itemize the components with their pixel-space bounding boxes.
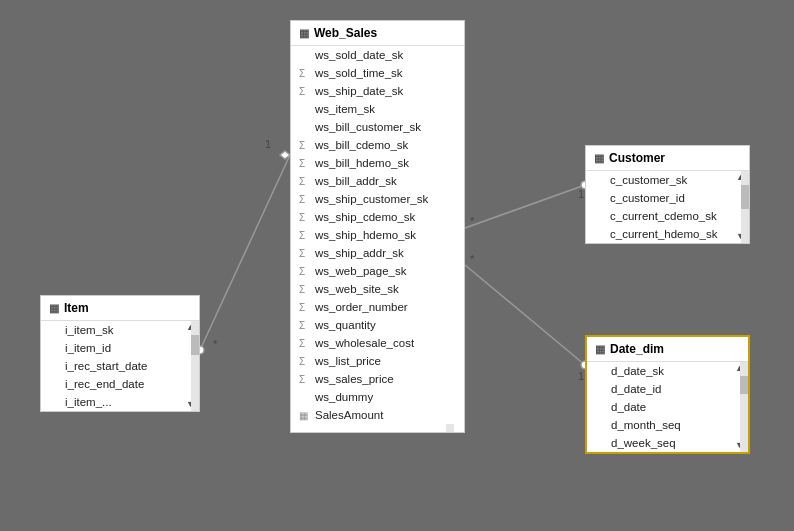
table-row: Σws_bill_addr_sk bbox=[291, 172, 454, 190]
sigma-icon: Σ bbox=[299, 284, 311, 295]
table-row: Σws_ship_cdemo_sk bbox=[291, 208, 454, 226]
svg-line-5 bbox=[465, 185, 585, 228]
table-icon: ▦ bbox=[49, 302, 59, 315]
table-row: Σws_web_page_sk bbox=[291, 262, 454, 280]
date-dim-header: ▦ Date_dim bbox=[587, 337, 748, 362]
web-sales-table[interactable]: ▦ Web_Sales ws_sold_date_sk Σws_sold_tim… bbox=[290, 20, 465, 433]
table-row: Σws_ship_hdemo_sk bbox=[291, 226, 454, 244]
sigma-icon: Σ bbox=[299, 194, 311, 205]
svg-text:*: * bbox=[470, 253, 475, 265]
table-row: Σws_ship_addr_sk bbox=[291, 244, 454, 262]
table-row: Σws_quantity bbox=[291, 316, 454, 334]
table-row: c_current_cdemo_sk bbox=[586, 207, 739, 225]
sigma-icon: Σ bbox=[299, 356, 311, 367]
table-icon: ▦ bbox=[594, 152, 604, 165]
date-dim-title: Date_dim bbox=[610, 342, 664, 356]
item-title: Item bbox=[64, 301, 89, 315]
svg-text:1: 1 bbox=[578, 188, 584, 200]
sigma-icon: Σ bbox=[299, 68, 311, 79]
table-row: c_current_hdemo_sk bbox=[586, 225, 739, 243]
svg-text:*: * bbox=[213, 338, 218, 350]
table-row: Σws_web_site_sk bbox=[291, 280, 454, 298]
table-row: d_date bbox=[587, 398, 738, 416]
sigma-icon: Σ bbox=[299, 320, 311, 331]
table-row: Σws_list_price bbox=[291, 352, 454, 370]
date-dim-body: ▲ d_date_sk d_date_id d_date d_month_seq… bbox=[587, 362, 748, 452]
table-icon: ▦ bbox=[299, 27, 309, 40]
sigma-icon: Σ bbox=[299, 176, 311, 187]
table-row: d_month_seq bbox=[587, 416, 738, 434]
table-row: ws_sold_date_sk bbox=[291, 46, 454, 64]
sigma-icon: Σ bbox=[299, 212, 311, 223]
date-dim-table[interactable]: ▦ Date_dim ▲ d_date_sk d_date_id d_date … bbox=[585, 335, 750, 454]
table-row: ▦SalesAmount bbox=[291, 406, 454, 424]
table-row: ws_dummy bbox=[291, 388, 454, 406]
sigma-icon: Σ bbox=[299, 140, 311, 151]
sigma-icon: Σ bbox=[299, 230, 311, 241]
table-row: Σws_bill_cdemo_sk bbox=[291, 136, 454, 154]
grid-icon: ▦ bbox=[299, 410, 311, 421]
customer-header: ▦ Customer bbox=[586, 146, 749, 171]
table-row: i_item_sk bbox=[41, 321, 189, 339]
item-body: ▲ i_item_sk i_item_id i_rec_start_date i… bbox=[41, 321, 199, 411]
item-table[interactable]: ▦ Item ▲ i_item_sk i_item_id i_rec_start… bbox=[40, 295, 200, 412]
table-row: c_customer_sk bbox=[586, 171, 739, 189]
svg-text:1: 1 bbox=[578, 370, 584, 382]
sigma-icon: Σ bbox=[299, 248, 311, 259]
sigma-icon: Σ bbox=[299, 266, 311, 277]
customer-table[interactable]: ▦ Customer ▲ c_customer_sk c_customer_id… bbox=[585, 145, 750, 244]
table-row: i_rec_start_date bbox=[41, 357, 189, 375]
table-row: Σws_ship_customer_sk bbox=[291, 190, 454, 208]
web-sales-body: ws_sold_date_sk Σws_sold_time_sk Σws_shi… bbox=[291, 46, 464, 432]
table-row: ws_bill_customer_sk bbox=[291, 118, 454, 136]
sigma-icon: Σ bbox=[299, 86, 311, 97]
customer-body: ▲ c_customer_sk c_customer_id c_current_… bbox=[586, 171, 749, 243]
table-row: Σws_ship_date_sk bbox=[291, 82, 454, 100]
table-row: d_date_sk bbox=[587, 362, 738, 380]
table-row: Σws_sold_time_sk bbox=[291, 64, 454, 82]
table-row: c_customer_id bbox=[586, 189, 739, 207]
svg-text:*: * bbox=[470, 215, 475, 227]
table-row: Σws_order_number bbox=[291, 298, 454, 316]
customer-title: Customer bbox=[609, 151, 665, 165]
sigma-icon: Σ bbox=[299, 338, 311, 349]
table-row: i_rec_end_date bbox=[41, 375, 189, 393]
table-row: ws_item_sk bbox=[291, 100, 454, 118]
sigma-icon: Σ bbox=[299, 374, 311, 385]
sigma-icon: Σ bbox=[299, 158, 311, 169]
web-sales-title: Web_Sales bbox=[314, 26, 377, 40]
table-row: Σws_wholesale_cost bbox=[291, 334, 454, 352]
table-row: i_item_... bbox=[41, 393, 189, 411]
table-row: d_week_seq bbox=[587, 434, 738, 452]
table-icon: ▦ bbox=[595, 343, 605, 356]
svg-line-0 bbox=[200, 155, 290, 350]
sigma-icon: Σ bbox=[299, 302, 311, 313]
svg-text:1: 1 bbox=[265, 138, 271, 150]
table-row: i_item_id bbox=[41, 339, 189, 357]
table-row: Σws_sales_price bbox=[291, 370, 454, 388]
svg-marker-1 bbox=[280, 151, 290, 159]
table-row: Σws_bill_hdemo_sk bbox=[291, 154, 454, 172]
web-sales-header: ▦ Web_Sales bbox=[291, 21, 464, 46]
svg-line-10 bbox=[465, 265, 585, 365]
table-row: d_date_id bbox=[587, 380, 738, 398]
item-header: ▦ Item bbox=[41, 296, 199, 321]
